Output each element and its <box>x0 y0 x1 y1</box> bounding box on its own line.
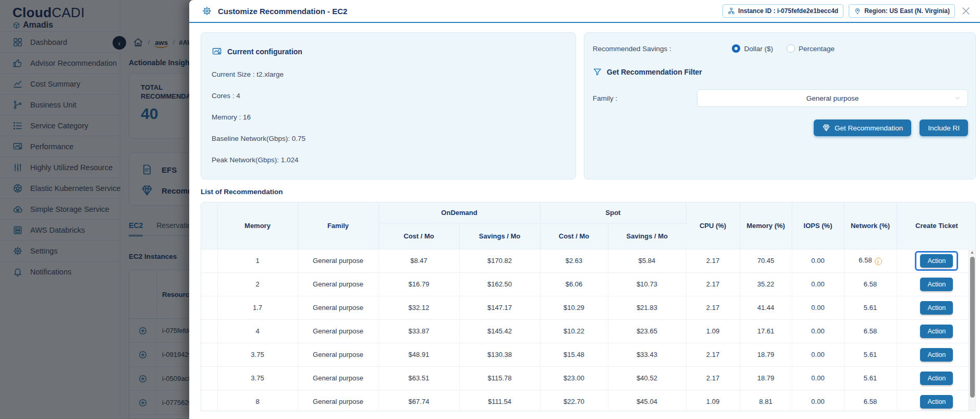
ondemand-savings-cell: $130.38 <box>459 343 540 366</box>
spot-savings-header: Savings / Mo <box>608 223 686 249</box>
memory-cell: 3.75 <box>217 366 298 390</box>
table-scrollbar[interactable]: ▲ <box>969 249 975 411</box>
spot-savings-cell: $33.43 <box>608 343 686 366</box>
recommendation-row: 4General purpose$33.87$145.42$10.22$23.6… <box>201 319 976 343</box>
action-button[interactable]: Action <box>920 325 953 338</box>
ondemand-cost-cell: $63.51 <box>378 366 459 390</box>
network-cell: 5.61 <box>844 343 897 366</box>
recommendation-row: 2General purpose$16.79$162.50$6.06$10.73… <box>201 272 976 296</box>
ondemand-cost-header: Cost / Mo <box>378 223 459 249</box>
location-pin-icon <box>854 7 861 15</box>
action-button[interactable]: Action <box>920 372 953 385</box>
iops-cell: 0.00 <box>792 319 844 343</box>
gear-icon <box>202 6 212 16</box>
instance-id-text: Instance ID : i-075fefde2e1becc4d <box>738 7 838 15</box>
spot-cost-cell: $6.06 <box>540 272 608 296</box>
radio-dollar[interactable]: Dollar ($) <box>732 44 773 53</box>
spot-savings-cell: $10.73 <box>608 272 686 296</box>
close-icon[interactable] <box>960 5 972 17</box>
info-icon[interactable]: i <box>875 258 882 265</box>
recommended-savings-label: Recommended Savings : <box>593 45 671 53</box>
memory-cell: 8 <box>217 390 298 411</box>
memory-pct-column-header: Memory (%) <box>740 202 792 249</box>
ondemand-cost-cell: $33.87 <box>378 319 459 343</box>
cpu-cell: 1.09 <box>686 390 740 411</box>
cpu-column-header: CPU (%) <box>686 202 740 249</box>
recommendation-table-container: Memory Family OnDemand Spot CPU (%) Memo… <box>201 202 976 411</box>
radio-dot[interactable] <box>732 44 740 53</box>
modal-title: Customize Recommendation - EC2 <box>218 7 347 16</box>
iops-cell: 0.00 <box>792 296 844 319</box>
memory-cell: 1.7 <box>217 296 298 319</box>
network-cell: 6.58 <box>844 272 897 296</box>
recommendation-row: 1.7General purpose$32.12$147.17$10.29$21… <box>201 296 976 319</box>
spot-savings-cell: $40.52 <box>608 366 686 390</box>
family-column-header: Family <box>298 202 378 249</box>
current-configuration-title: Current configuration <box>227 47 302 56</box>
radio-percentage[interactable]: Percentage <box>787 44 835 53</box>
ondemand-cost-cell: $16.79 <box>378 272 459 296</box>
ondemand-savings-cell: $111.54 <box>459 390 540 411</box>
action-button[interactable]: Action <box>920 301 953 315</box>
ondemand-savings-header: Savings / Mo <box>459 223 540 249</box>
scrollbar-up-arrow[interactable]: ▲ <box>970 250 974 255</box>
sitemap-icon <box>728 7 735 15</box>
memory-pct-cell: 41.44 <box>740 296 792 319</box>
customize-recommendation-modal: Customize Recommendation - EC2 Instance … <box>189 0 980 419</box>
recommendation-row: 3.75General purpose$48.91$130.38$15.48$3… <box>201 343 976 366</box>
get-recommendation-button[interactable]: Get Recommendation <box>814 119 911 136</box>
network-column-header: Network (%) <box>844 202 897 249</box>
memory-pct-cell: 8.81 <box>740 390 792 411</box>
filter-title: Get Recommendation Filter <box>607 68 702 76</box>
spot-cost-cell: $2.63 <box>540 249 608 272</box>
spot-cost-cell: $10.29 <box>540 296 608 319</box>
modal-body: Current configuration Current Size : t2.… <box>189 23 980 411</box>
spot-cost-cell: $15.48 <box>540 343 608 366</box>
savings-radio-group: Dollar ($)Percentage <box>732 44 835 53</box>
family-cell: General purpose <box>298 319 378 343</box>
spot-savings-cell: $23.65 <box>608 319 686 343</box>
scrollbar-thumb[interactable] <box>970 257 975 398</box>
radio-dot[interactable] <box>787 44 795 53</box>
family-cell: General purpose <box>298 366 378 390</box>
spot-savings-cell: $21.83 <box>608 296 686 319</box>
action-button[interactable]: Action <box>920 348 953 362</box>
ondemand-savings-cell: $145.42 <box>459 319 540 343</box>
network-cell: 6.58i <box>844 249 897 272</box>
spot-cost-cell: $22.70 <box>540 390 608 411</box>
family-select[interactable]: General purpose <box>697 89 968 107</box>
memory-cell: 3.75 <box>217 343 298 366</box>
cpu-cell: 2.17 <box>686 249 740 272</box>
radio-label: Percentage <box>799 45 835 53</box>
modal-header: Customize Recommendation - EC2 Instance … <box>189 0 980 23</box>
spot-group-header: Spot <box>540 202 686 223</box>
action-button[interactable]: Action <box>920 254 953 268</box>
action-button[interactable]: Action <box>920 278 953 291</box>
ondemand-savings-cell: $147.17 <box>459 296 540 319</box>
ondemand-group-header: OnDemand <box>378 202 540 223</box>
recommendation-row: 3.75General purpose$63.51$115.78$23.00$4… <box>201 366 976 390</box>
instance-id-badge: Instance ID : i-075fefde2e1becc4d <box>722 4 843 18</box>
create-ticket-cell: Action <box>897 249 976 272</box>
recommendation-table: Memory Family OnDemand Spot CPU (%) Memo… <box>201 202 976 411</box>
create-ticket-cell: Action <box>897 296 976 319</box>
action-button[interactable]: Action <box>920 395 953 409</box>
cpu-cell: 2.17 <box>686 366 740 390</box>
create-ticket-column-header: Create Ticket <box>897 202 976 249</box>
network-cell: 6.58 <box>844 390 897 411</box>
expand-cell <box>201 249 217 272</box>
funnel-icon <box>593 67 602 77</box>
create-ticket-cell: Action <box>897 390 976 411</box>
family-cell: General purpose <box>298 249 378 272</box>
family-cell: General purpose <box>298 343 378 366</box>
expand-cell <box>201 366 217 390</box>
ondemand-cost-cell: $32.12 <box>378 296 459 319</box>
expand-cell <box>201 296 217 319</box>
create-ticket-cell: Action <box>897 366 976 390</box>
chevron-down-icon <box>954 94 961 102</box>
create-ticket-cell: Action <box>897 272 976 296</box>
ondemand-savings-cell: $170.82 <box>459 249 540 272</box>
memory-pct-cell: 70.45 <box>740 249 792 272</box>
include-ri-button[interactable]: Include RI <box>920 119 968 136</box>
memory-column-header: Memory <box>217 202 298 249</box>
